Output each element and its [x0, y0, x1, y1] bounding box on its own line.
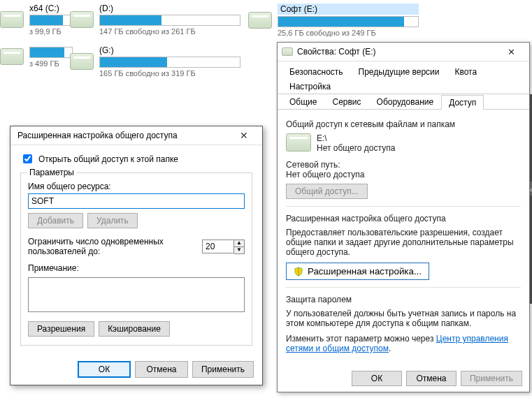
- cancel-button[interactable]: Отмена: [135, 361, 188, 378]
- drive-title: Софт (E:): [278, 3, 419, 15]
- close-button[interactable]: ✕: [497, 43, 525, 60]
- adv-share-heading: Расширенная настройка общего доступа: [286, 214, 521, 223]
- titlebar[interactable]: Свойства: Софт (E:) ✕: [278, 43, 529, 61]
- caching-button[interactable]: Кэширование: [99, 321, 170, 337]
- net-path-label: Сетевой путь:: [286, 160, 521, 170]
- drive-title: (G:): [99, 45, 240, 55]
- shield-icon: [294, 267, 303, 277]
- drive-c[interactable]: x64 (C:) з 99,9 ГБ: [0, 3, 73, 36]
- limit-input[interactable]: [202, 240, 234, 253]
- drive-g[interactable]: (G:) 165 ГБ свободно из 319 ГБ: [70, 45, 240, 78]
- tab-row-2: Общие Сервис Оборудование Доступ: [278, 94, 529, 110]
- open-share-checkbox-input[interactable]: [23, 154, 32, 163]
- drive-free-text: 165 ГБ свободно из 319 ГБ: [99, 69, 240, 78]
- dialog-title: Свойства: Софт (E:): [297, 47, 497, 57]
- drive-e[interactable]: Софт (E:) 25,6 ГБ свободно из 249 ГБ: [248, 3, 419, 37]
- hdd-icon: [282, 47, 293, 56]
- open-share-checkbox-label: Открыть общий доступ к этой папке: [38, 154, 178, 164]
- note-textarea[interactable]: [28, 277, 245, 312]
- tab-sharing[interactable]: Доступ: [441, 95, 484, 110]
- tab-prev-versions[interactable]: Предыдущие версии: [351, 64, 447, 79]
- drive-title: x64 (C:): [29, 3, 73, 13]
- dialog-title: Расширенная настройка общего доступа: [15, 131, 230, 140]
- drive-usage-bar: [29, 47, 73, 58]
- drive-title: (D:): [99, 3, 240, 13]
- pwd-heading: Защита паролем: [286, 295, 521, 304]
- apply-button[interactable]: Применить: [192, 361, 254, 378]
- apply-button[interactable]: Применить: [461, 371, 522, 386]
- drive-usage-bar: [99, 57, 240, 68]
- tab-hardware[interactable]: Оборудование: [369, 94, 442, 109]
- add-button[interactable]: Добавить: [28, 213, 83, 228]
- properties-dialog: Свойства: Софт (E:) ✕ Безопасность Преды…: [277, 42, 530, 392]
- drive-usage-bar: [278, 16, 419, 27]
- hdd-icon: [70, 53, 94, 70]
- ok-button[interactable]: ОК: [78, 361, 131, 378]
- open-share-checkbox[interactable]: Открыть общий доступ к этой папке: [20, 152, 252, 165]
- share-state: Нет общего доступа: [317, 143, 395, 153]
- advanced-share-dialog: Расширенная настройка общего доступа ✕ О…: [10, 126, 263, 385]
- note-label: Примечание:: [28, 263, 245, 273]
- close-button[interactable]: ✕: [230, 127, 258, 144]
- tab-custom[interactable]: Настройка: [282, 79, 338, 94]
- limit-label: Ограничить число одновременных пользоват…: [28, 237, 195, 256]
- advanced-settings-button[interactable]: Расширенная настройка...: [286, 263, 429, 280]
- drive-free-text: з 499 ГБ: [29, 59, 73, 68]
- adv-share-desc: Предоставляет пользовательские разрешени…: [286, 228, 521, 257]
- tab-quota[interactable]: Квота: [447, 64, 484, 79]
- hdd-icon: [0, 48, 24, 65]
- drive-usage-bar: [29, 15, 73, 26]
- advanced-settings-label: Расширенная настройка...: [308, 266, 422, 277]
- spinner-down-icon[interactable]: ▼: [234, 247, 244, 253]
- ok-button[interactable]: ОК: [352, 371, 402, 386]
- drive-free-text: 147 ГБ свободно из 261 ГБ: [99, 27, 240, 36]
- share-button[interactable]: Общий доступ...: [286, 184, 368, 199]
- drive-free-text: з 99,9 ГБ: [29, 27, 73, 36]
- tab-tools[interactable]: Сервис: [324, 94, 368, 109]
- limit-spinner[interactable]: ▲▼: [202, 240, 245, 254]
- drive-usage-bar: [99, 15, 240, 26]
- parameters-fieldset: Параметры Имя общего ресурса: Добавить У…: [20, 172, 252, 346]
- spinner-up-icon[interactable]: ▲: [234, 240, 244, 247]
- share-name-input[interactable]: [28, 193, 245, 209]
- net-share-heading: Общий доступ к сетевым файлам и папкам: [286, 119, 521, 129]
- hdd-icon: [286, 133, 311, 152]
- permissions-button[interactable]: Разрешения: [28, 321, 94, 337]
- parameters-legend: Параметры: [27, 168, 77, 177]
- pwd-change-text: Изменить этот параметр можно через Центр…: [286, 334, 521, 353]
- titlebar[interactable]: Расширенная настройка общего доступа ✕: [10, 126, 262, 145]
- net-path-value: Нет общего доступа: [286, 170, 521, 179]
- drive-d[interactable]: (D:) 147 ГБ свободно из 261 ГБ: [70, 3, 240, 36]
- hdd-icon: [70, 11, 94, 28]
- tab-general[interactable]: Общие: [282, 94, 324, 109]
- tab-row-1: Безопасность Предыдущие версии Квота Нас…: [278, 61, 529, 94]
- hdd-icon: [0, 11, 24, 28]
- hdd-icon: [248, 12, 272, 29]
- drive-4[interactable]: з 499 ГБ: [0, 45, 73, 68]
- delete-button[interactable]: Удалить: [87, 213, 138, 228]
- tab-security[interactable]: Безопасность: [282, 64, 351, 79]
- pwd-desc: У пользователей должны быть учетная запи…: [286, 309, 521, 328]
- share-name-label: Имя общего ресурса:: [28, 182, 245, 191]
- cancel-button[interactable]: Отмена: [406, 371, 456, 386]
- drive-free-text: 25,6 ГБ свободно из 249 ГБ: [278, 29, 419, 37]
- share-path: E:\: [317, 133, 395, 143]
